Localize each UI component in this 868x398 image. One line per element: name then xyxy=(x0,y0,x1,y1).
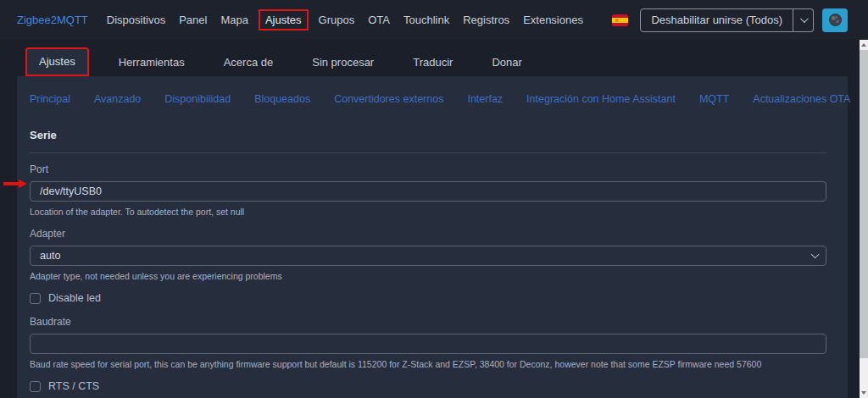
nav-item-extensiones[interactable]: Extensiones xyxy=(521,11,585,29)
permit-join-split-button: Deshabilitar unirse (Todos) xyxy=(640,8,814,32)
disable-led-checkbox[interactable] xyxy=(30,293,41,304)
permit-join-button[interactable]: Deshabilitar unirse (Todos) xyxy=(640,8,793,32)
pill-mqtt[interactable]: MQTT xyxy=(699,93,729,105)
adapter-label: Adapter xyxy=(30,228,826,240)
chevron-down-icon xyxy=(811,250,820,258)
section-title: Serie xyxy=(30,129,826,141)
baudrate-input[interactable] xyxy=(30,334,826,354)
triangle-up-icon xyxy=(861,43,866,47)
chevron-down-icon xyxy=(800,14,809,23)
port-input[interactable] xyxy=(30,181,826,202)
language-flag-icon[interactable] xyxy=(612,14,628,26)
port-label: Port xyxy=(30,163,826,175)
scroll-up-button[interactable] xyxy=(860,40,868,50)
nav-item-grupos[interactable]: Grupos xyxy=(317,11,357,29)
pill-avanzado[interactable]: Avanzado xyxy=(94,93,141,105)
nav-item-mapa[interactable]: Mapa xyxy=(219,11,250,29)
disable-led-label: Disable led xyxy=(48,292,101,304)
settings-secondary-nav: Ajustes Herramientas Acerca de Sin proce… xyxy=(17,47,839,76)
permit-join-dropdown-toggle[interactable] xyxy=(793,8,814,32)
settings-panel: Principal Avanzado Disponibilidad Bloque… xyxy=(17,76,848,398)
pill-principal[interactable]: Principal xyxy=(30,93,70,105)
nav-item-registros[interactable]: Registros xyxy=(461,11,511,29)
nav-item-dispositivos[interactable]: Dispositivos xyxy=(105,11,167,29)
pill-bloqueados[interactable]: Bloqueados xyxy=(254,93,310,105)
nav-item-ajustes[interactable]: Ajustes xyxy=(259,9,309,30)
tab-sin-procesar[interactable]: Sin procesar xyxy=(299,49,387,76)
disable-led-checkbox-row[interactable]: Disable led xyxy=(30,292,826,304)
baudrate-help-text: Baud rate speed for serial port, this ca… xyxy=(30,359,826,369)
rts-cts-checkbox-row[interactable]: RTS / CTS xyxy=(30,380,826,392)
pill-convertidores-externos[interactable]: Convertidores externos xyxy=(334,93,443,105)
adapter-select-value: auto xyxy=(40,250,60,262)
tab-traducir[interactable]: Traducir xyxy=(400,49,465,76)
nav-item-panel[interactable]: Panel xyxy=(177,11,209,29)
nav-item-ota[interactable]: OTA xyxy=(366,11,392,29)
annotation-arrow xyxy=(3,180,27,187)
tab-acerca-de[interactable]: Acerca de xyxy=(211,49,287,76)
pill-actualizaciones-ota[interactable]: Actualizaciones OTA xyxy=(753,93,850,105)
pill-disponibilidad[interactable]: Disponibilidad xyxy=(164,93,231,105)
rts-cts-checkbox[interactable] xyxy=(30,381,41,392)
port-help-text: Location of the adapter. To autodetect t… xyxy=(30,207,826,217)
tab-ajustes[interactable]: Ajustes xyxy=(25,47,89,76)
settings-sections-tabs: Principal Avanzado Disponibilidad Bloque… xyxy=(30,88,826,110)
top-navbar: Zigbee2MQTT Dispositivos Panel Mapa Ajus… xyxy=(0,0,868,40)
scrollbar-thumb[interactable] xyxy=(860,50,868,358)
vertical-scrollbar[interactable] xyxy=(860,40,868,398)
pill-home-assistant[interactable]: Integración con Home Assistant xyxy=(526,93,676,105)
tab-donar[interactable]: Donar xyxy=(479,49,534,76)
rts-cts-label: RTS / CTS xyxy=(48,380,99,392)
brand-link[interactable]: Zigbee2MQTT xyxy=(17,14,88,26)
tab-herramientas[interactable]: Herramientas xyxy=(106,49,198,76)
scroll-down-button[interactable] xyxy=(860,388,868,398)
divider xyxy=(30,152,826,153)
nav-item-touchlink[interactable]: Touchlink xyxy=(402,11,451,29)
theme-toggle-button[interactable] xyxy=(822,8,848,32)
baudrate-label: Baudrate xyxy=(30,316,826,328)
triangle-down-icon xyxy=(861,391,866,395)
pill-interfaz[interactable]: Interfaz xyxy=(467,93,503,105)
adapter-help-text: Adapter type, not needed unless you are … xyxy=(30,271,826,281)
adapter-select[interactable]: auto xyxy=(30,246,826,266)
moon-icon xyxy=(829,14,842,26)
